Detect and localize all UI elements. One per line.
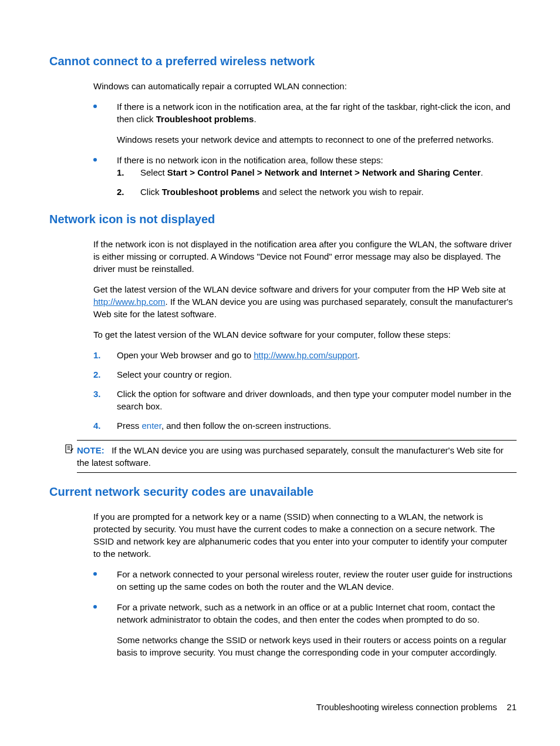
section2-p1: If the network icon is not displayed in … bbox=[93, 238, 517, 275]
list-item: Select your country or region. bbox=[93, 368, 517, 381]
p2-a: Get the latest version of the WLAN devic… bbox=[93, 284, 505, 294]
section1-steps: Select Start > Control Panel > Network a… bbox=[117, 166, 517, 198]
bullet2-text: For a private network, such as a network… bbox=[117, 602, 495, 624]
bullet2-sub: Some networks change the SSID or network… bbox=[117, 634, 517, 658]
period: . bbox=[254, 114, 256, 124]
heading-security-codes: Current network security codes are unava… bbox=[49, 483, 517, 500]
list-item: Click Troubleshoot problems and select t… bbox=[117, 186, 517, 198]
list-item: Select Start > Control Panel > Network a… bbox=[117, 166, 517, 179]
document-page: Cannot connect to a preferred wireless n… bbox=[0, 0, 560, 746]
step4-a: Press bbox=[117, 421, 142, 431]
section1-intro: Windows can automatically repair a corru… bbox=[93, 80, 517, 92]
section3-list: For a network connected to your personal… bbox=[93, 568, 517, 658]
list-item: For a private network, such as a network… bbox=[93, 601, 517, 658]
list-item: If there is a network icon in the notifi… bbox=[93, 100, 517, 146]
note-text: If the WLAN device you are using was pur… bbox=[77, 445, 504, 468]
note-icon bbox=[65, 444, 74, 453]
link-hp-com[interactable]: http://www.hp.com bbox=[93, 297, 166, 307]
period: . bbox=[481, 167, 483, 177]
section1-body: Windows can automatically repair a corru… bbox=[93, 80, 517, 198]
svg-rect-0 bbox=[66, 445, 72, 453]
key-enter: enter bbox=[142, 421, 161, 431]
bullet1-sub: Windows resets your network device and a… bbox=[117, 133, 517, 146]
note-label: NOTE: bbox=[77, 445, 104, 455]
list-item: Press enter, and then follow the on-scre… bbox=[93, 419, 517, 432]
page-footer: Troubleshooting wireless connection prob… bbox=[316, 701, 517, 713]
section2-body: If the network icon is not displayed in … bbox=[93, 238, 517, 432]
step1-a: Select bbox=[140, 167, 167, 177]
step2-bold: Troubleshoot problems bbox=[162, 187, 260, 197]
list-item: Click the option for software and driver… bbox=[93, 388, 517, 412]
section2-p3: To get the latest version of the WLAN de… bbox=[93, 328, 517, 341]
bullet1-bold: Troubleshoot problems bbox=[156, 114, 254, 124]
page-number: 21 bbox=[507, 702, 517, 712]
heading-cannot-connect: Cannot connect to a preferred wireless n… bbox=[49, 53, 517, 69]
footer-title: Troubleshooting wireless connection prob… bbox=[316, 702, 497, 712]
step4-b: , and then follow the on-screen instruct… bbox=[161, 421, 331, 431]
period: . bbox=[357, 350, 360, 360]
section2-steps: Open your Web browser and go to http://w… bbox=[93, 349, 517, 432]
note-block: NOTE: If the WLAN device you are using w… bbox=[77, 440, 517, 473]
step2-b: and select the network you wish to repai… bbox=[259, 187, 423, 197]
section3-body: If you are prompted for a network key or… bbox=[93, 510, 517, 658]
section3-p1: If you are prompted for a network key or… bbox=[93, 510, 517, 560]
section2-p2: Get the latest version of the WLAN devic… bbox=[93, 283, 517, 320]
list-item: Open your Web browser and go to http://w… bbox=[93, 349, 517, 361]
bullet2-text: If there is no network icon in the notif… bbox=[117, 155, 383, 165]
link-hp-support[interactable]: http://www.hp.com/support bbox=[254, 350, 357, 360]
section1-list: If there is a network icon in the notifi… bbox=[93, 100, 517, 198]
heading-network-icon: Network icon is not displayed bbox=[49, 211, 517, 227]
list-item: If there is no network icon in the notif… bbox=[93, 154, 517, 198]
step2-a: Click bbox=[140, 187, 162, 197]
step1-bold: Start > Control Panel > Network and Inte… bbox=[167, 167, 481, 177]
step1-a: Open your Web browser and go to bbox=[117, 350, 254, 360]
list-item: For a network connected to your personal… bbox=[93, 568, 517, 593]
